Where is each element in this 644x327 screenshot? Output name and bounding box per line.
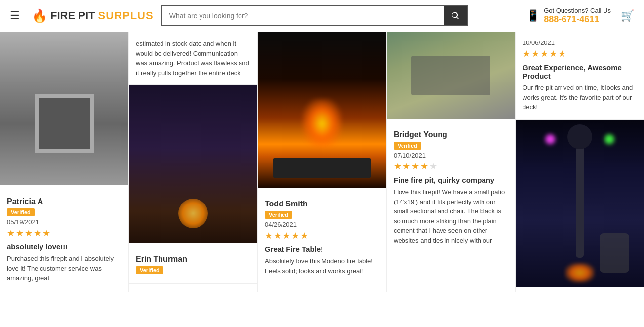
star-4: ★ bbox=[34, 228, 41, 239]
logo-text: FIRE PIT SURPLUS bbox=[50, 9, 154, 22]
logo[interactable]: 🔥 FIRE PIT SURPLUS bbox=[32, 8, 154, 24]
reviewer-name: Patricia A bbox=[7, 197, 121, 206]
star-3: ★ bbox=[540, 48, 548, 59]
stars: ★ ★ ★ ★ ★ bbox=[7, 228, 121, 239]
search-button[interactable] bbox=[444, 6, 467, 25]
review-col-5: 10/06/2021 ★ ★ ★ ★ ★ Great Experience, A… bbox=[516, 32, 644, 292]
star-2: ★ bbox=[16, 228, 24, 239]
verified-badge: Verified bbox=[7, 208, 35, 216]
review-text-col5: Our fire pit arrived on time, it looks a… bbox=[523, 83, 637, 112]
stars-bridget: ★ ★ ★ ★ ★ bbox=[394, 161, 508, 172]
star-1: ★ bbox=[265, 230, 273, 241]
reviewer-name-erin: Erin Thurman bbox=[136, 255, 250, 264]
star-2: ★ bbox=[531, 48, 539, 59]
search-input[interactable] bbox=[162, 6, 444, 25]
header-right: 📱 Got Questions? Call Us 888-671-4611 🛒 bbox=[526, 7, 634, 25]
review-image-patricia bbox=[0, 32, 128, 185]
star-4: ★ bbox=[291, 230, 299, 241]
review-date-col5: 10/06/2021 bbox=[523, 39, 637, 46]
star-3: ★ bbox=[282, 230, 290, 241]
verified-badge-erin: Verified bbox=[136, 266, 163, 274]
review-text-todd: Absolutely love this Modeno fire table! … bbox=[265, 256, 379, 276]
phone-number[interactable]: 888-671-4611 bbox=[544, 14, 611, 25]
review-col-2: estimated in stock date and when it woul… bbox=[129, 32, 258, 292]
review-card-bridget: Bridget Young Verified 07/10/2021 ★ ★ ★ … bbox=[387, 123, 515, 252]
review-col-3: Todd Smith Verified 04/26/2021 ★ ★ ★ ★ ★… bbox=[258, 32, 387, 292]
review-card-erin: Erin Thurman Verified bbox=[129, 248, 257, 284]
review-col-4: Bridget Young Verified 07/10/2021 ★ ★ ★ … bbox=[387, 32, 516, 292]
header: ☰ 🔥 FIRE PIT SURPLUS 📱 Got Questions? Ca… bbox=[0, 0, 644, 32]
review-col-1: Patricia A Verified 05/19/2021 ★ ★ ★ ★ ★… bbox=[0, 32, 129, 292]
search-icon bbox=[451, 11, 460, 20]
main-content: Patricia A Verified 05/19/2021 ★ ★ ★ ★ ★… bbox=[0, 32, 644, 292]
stars-todd: ★ ★ ★ ★ ★ bbox=[265, 230, 379, 241]
verified-badge-bridget: Verified bbox=[394, 142, 421, 150]
review-image-erin bbox=[129, 85, 257, 243]
hamburger-menu-icon[interactable]: ☰ bbox=[10, 9, 20, 22]
star-1: ★ bbox=[394, 161, 402, 172]
review-date: 05/19/2021 bbox=[7, 218, 121, 226]
review-card-todd: Todd Smith Verified 04/26/2021 ★ ★ ★ ★ ★… bbox=[258, 193, 386, 283]
star-4: ★ bbox=[420, 161, 428, 172]
review-image-heater bbox=[516, 120, 644, 287]
review-text: Purchased this firepit and I absolutely … bbox=[7, 254, 121, 283]
review-text-cont: estimated in stock date and when it woul… bbox=[136, 39, 250, 78]
stars-col5: ★ ★ ★ ★ ★ bbox=[523, 48, 637, 59]
review-title-todd: Great Fire Table! bbox=[265, 245, 379, 253]
star-3: ★ bbox=[411, 161, 419, 172]
reviewer-name-todd: Todd Smith bbox=[265, 200, 379, 208]
star-5-empty: ★ bbox=[429, 161, 437, 172]
star-5: ★ bbox=[300, 230, 308, 241]
star-1: ★ bbox=[7, 228, 15, 239]
reviews-grid: Patricia A Verified 05/19/2021 ★ ★ ★ ★ ★… bbox=[0, 32, 644, 292]
search-bar bbox=[161, 5, 468, 26]
star-4: ★ bbox=[549, 48, 557, 59]
review-title: absolutely love!!! bbox=[7, 243, 121, 251]
review-date-todd: 04/26/2021 bbox=[265, 221, 379, 228]
review-card-col5-top: 10/06/2021 ★ ★ ★ ★ ★ Great Experience, A… bbox=[516, 32, 644, 120]
review-date-bridget: 07/10/2021 bbox=[394, 152, 508, 159]
phone-icon: 📱 bbox=[526, 9, 540, 22]
review-text-bridget: I love this firepit! We have a small pat… bbox=[394, 187, 508, 245]
review-image-bridget bbox=[387, 32, 515, 119]
review-card-patricia: Patricia A Verified 05/19/2021 ★ ★ ★ ★ ★… bbox=[0, 190, 128, 290]
star-5: ★ bbox=[558, 48, 566, 59]
review-title-bridget: Fine fire pit, quirky company bbox=[394, 176, 508, 184]
phone-label: Got Questions? Call Us bbox=[544, 7, 611, 14]
star-2: ★ bbox=[402, 161, 410, 172]
text-continuation: estimated in stock date and when it woul… bbox=[129, 32, 257, 85]
star-3: ★ bbox=[25, 228, 33, 239]
reviewer-name-bridget: Bridget Young bbox=[394, 130, 508, 139]
star-1: ★ bbox=[523, 48, 530, 59]
star-5: ★ bbox=[42, 228, 50, 239]
review-title-col5: Great Experience, Awesome Product bbox=[523, 63, 637, 80]
verified-badge-todd: Verified bbox=[265, 211, 292, 219]
fire-icon: 🔥 bbox=[32, 8, 47, 24]
phone-block: Got Questions? Call Us 888-671-4611 bbox=[544, 7, 611, 25]
cart-icon: 🛒 bbox=[621, 9, 634, 22]
review-image-todd bbox=[258, 32, 386, 188]
star-2: ★ bbox=[274, 230, 282, 241]
cart-button[interactable]: 🛒 bbox=[621, 9, 634, 22]
